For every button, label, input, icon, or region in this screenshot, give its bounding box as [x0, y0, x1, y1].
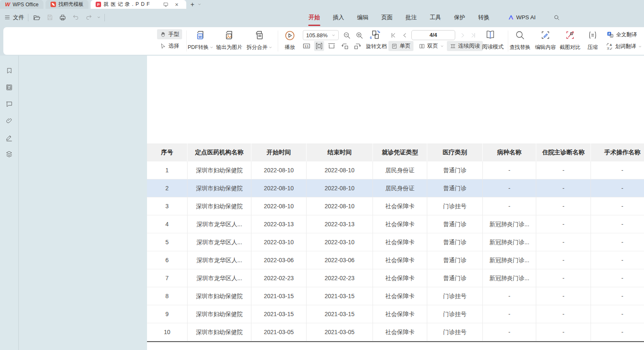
- layers-icon[interactable]: [5, 150, 13, 158]
- svg-text:文: 文: [611, 35, 613, 37]
- edit-content-button[interactable]: 编辑内容: [532, 29, 559, 53]
- menu-item-protect[interactable]: 保护: [454, 13, 466, 22]
- thumbnail-icon[interactable]: [5, 83, 13, 91]
- table-header-cell: 定点医药机构名称: [188, 143, 251, 161]
- compress-button[interactable]: 压缩: [582, 29, 603, 53]
- fit-page-button[interactable]: [327, 41, 337, 51]
- word-translate-label: 划词翻译: [615, 43, 636, 50]
- fit-width-button[interactable]: [314, 41, 324, 51]
- tab-list-chevron-down-icon[interactable]: [198, 3, 201, 6]
- find-replace-icon: [515, 30, 525, 40]
- menu-item-tools[interactable]: 工具: [429, 13, 441, 22]
- full-translate-label: 全文翻译: [616, 31, 637, 38]
- table-cell: -: [536, 323, 591, 341]
- export-image-button[interactable]: 输出为图片: [216, 29, 243, 53]
- table-cell: 2021-03-15: [307, 305, 373, 323]
- search-icon[interactable]: [552, 13, 561, 22]
- compress-icon: [588, 30, 598, 40]
- comment-icon[interactable]: [5, 100, 13, 108]
- find-replace-button[interactable]: 查找替换: [507, 29, 533, 53]
- ribbon-toolbar: 手型 选择 W PDF转换 输出为图片 拆分合并: [3, 27, 644, 55]
- full-translate-button[interactable]: A 文 全文翻译: [605, 30, 639, 40]
- word-translate-icon: 文 A: [606, 43, 613, 50]
- table-cell: 2021-03-15: [251, 287, 307, 305]
- bookmark-icon[interactable]: [5, 66, 13, 74]
- table-cell: 普通门诊: [427, 161, 483, 179]
- read-mode-label[interactable]: 阅读模式: [482, 43, 504, 51]
- table-cell: 社会保障卡: [373, 305, 427, 323]
- play-button[interactable]: 播放: [278, 29, 302, 53]
- table-header-cell: 就诊凭证类型: [373, 143, 427, 161]
- menu-item-edit[interactable]: 编辑: [357, 13, 369, 22]
- last-page-button[interactable]: [469, 30, 478, 40]
- table-cell: 普通门诊: [427, 269, 483, 287]
- table-cell: 社会保障卡: [373, 287, 427, 305]
- read-mode-icon[interactable]: [484, 29, 496, 41]
- tab-wps-office[interactable]: W WPS Office: [0, 0, 43, 9]
- table-cell: 2022-03-13: [307, 215, 373, 233]
- rotate-right-button[interactable]: [352, 41, 363, 51]
- menu-item-home[interactable]: 开始: [308, 13, 320, 22]
- quick-access-chevron-down-icon[interactable]: [97, 15, 101, 19]
- table-cell: 2022-08-10: [251, 179, 307, 197]
- previous-page-button[interactable]: [400, 30, 409, 40]
- save-icon[interactable]: [45, 13, 54, 22]
- open-file-icon[interactable]: [32, 13, 41, 22]
- table-header-cell: 手术操作名称: [591, 143, 644, 161]
- table-cell: 居民身份证: [373, 161, 427, 179]
- docer-icon: [51, 2, 56, 7]
- monitor-icon[interactable]: [161, 0, 170, 9]
- hand-tool-button[interactable]: 手型: [157, 29, 182, 39]
- first-page-button[interactable]: [388, 30, 398, 40]
- redo-icon[interactable]: [84, 13, 93, 22]
- tab-docer-templates[interactable]: 找稻壳模板: [46, 0, 89, 9]
- wps-ai-button[interactable]: WPS AI: [508, 14, 536, 20]
- attachment-icon[interactable]: [5, 117, 13, 125]
- page-number-input[interactable]: 4/4: [411, 30, 455, 40]
- table-cell: 7: [147, 269, 188, 287]
- table-bottom-border: [147, 341, 644, 342]
- signature-icon[interactable]: [5, 133, 13, 141]
- table-row: 7深圳市龙华区人...2022-02-232022-02-23社会保障卡普通门诊…: [147, 269, 644, 287]
- rotate-document-icon[interactable]: [369, 29, 382, 40]
- table-row: 6深圳市龙华区人...2022-03-062022-03-06社会保障卡普通门诊…: [147, 251, 644, 269]
- menu-item-comment[interactable]: 批注: [405, 13, 417, 22]
- rotate-left-button[interactable]: [340, 41, 350, 51]
- menu-item-convert[interactable]: 转换: [478, 13, 490, 22]
- table-header-cell: 序号: [147, 143, 188, 161]
- table-cell: 2022-08-10: [251, 197, 307, 215]
- continuous-read-button[interactable]: 连续阅读: [447, 41, 483, 51]
- screenshot-compare-button[interactable]: 截图对比: [557, 29, 583, 53]
- actual-size-button[interactable]: 1:1: [302, 41, 312, 51]
- zoom-out-button[interactable]: [342, 30, 352, 40]
- print-icon[interactable]: [58, 13, 67, 22]
- pdf-convert-button[interactable]: W PDF转换: [187, 29, 214, 53]
- continuous-read-label: 连续阅读: [458, 42, 480, 50]
- single-page-button[interactable]: 单页: [388, 41, 413, 51]
- file-menu-button[interactable]: 文件: [4, 14, 24, 21]
- table-cell: -: [591, 197, 644, 215]
- menu-item-insert[interactable]: 插入: [332, 13, 345, 22]
- undo-icon[interactable]: [71, 13, 80, 22]
- rotate-document-label[interactable]: 旋转文档: [366, 43, 387, 50]
- select-tool-button[interactable]: 选择: [157, 41, 182, 51]
- table-cell: -: [483, 197, 536, 215]
- tab-medical-record-pdf[interactable]: P 就医记录.PDF ×: [91, 0, 186, 9]
- screenshot-compare-label: 截图对比: [560, 44, 581, 51]
- zoom-in-button[interactable]: [354, 30, 364, 40]
- table-cell: 2: [147, 179, 188, 197]
- menu-item-page[interactable]: 页面: [381, 13, 393, 22]
- new-tab-button[interactable]: +: [190, 1, 194, 8]
- double-page-button[interactable]: 双页: [416, 41, 447, 51]
- table-cell: -: [536, 287, 591, 305]
- table-row: 9深圳市妇幼保健院2021-03-152021-03-15社会保障卡门诊挂号--…: [147, 305, 644, 323]
- word-translate-button[interactable]: 文 A 划词翻译: [604, 41, 644, 51]
- zoom-level-select[interactable]: 105.88%: [303, 30, 339, 40]
- close-tab-icon[interactable]: ×: [172, 0, 181, 9]
- table-cell: 社会保障卡: [373, 197, 427, 215]
- select-tool-label: 选择: [168, 42, 179, 50]
- table-cell: 2022-02-23: [307, 269, 373, 287]
- split-merge-button[interactable]: 拆分合并: [246, 29, 273, 53]
- next-page-button[interactable]: [458, 30, 467, 40]
- table-header-cell: 病种名称: [483, 143, 536, 161]
